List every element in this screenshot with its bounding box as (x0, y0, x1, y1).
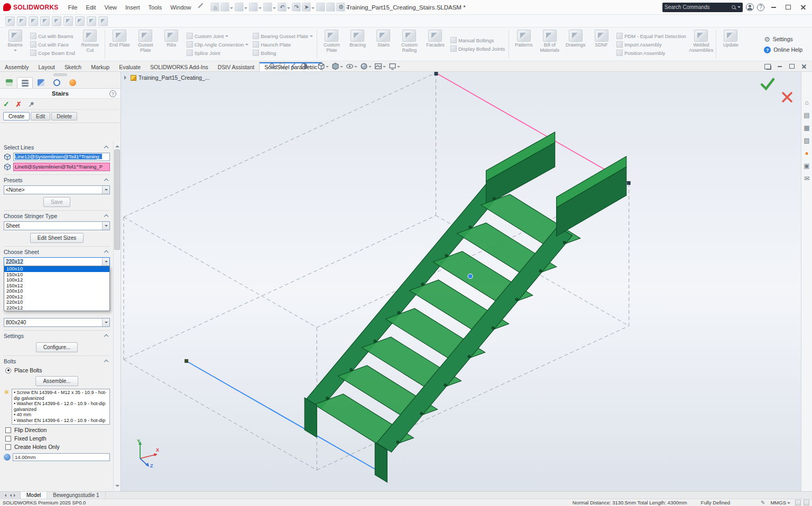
insert-components-icon[interactable] (5, 16, 15, 26)
tab-layout[interactable]: Layout (34, 62, 60, 71)
stairs-button[interactable]: Stairs (371, 29, 396, 60)
edit-appearance-button[interactable] (360, 62, 372, 70)
pm-cancel-button[interactable]: ✗ (16, 100, 22, 108)
menu-window[interactable]: Window (166, 3, 195, 12)
redo-button[interactable]: ↷ (292, 3, 301, 12)
graphics-viewport[interactable]: Training_Part15_Creating_... Y X Z (121, 72, 801, 491)
presets-header[interactable]: Presets (4, 176, 110, 184)
scroll-right-icon[interactable] (14, 494, 17, 497)
zoom-to-fit-button[interactable] (269, 62, 276, 70)
selected-line-2-field[interactable]: Line8@Systemlinien@Teil1^Training_P (13, 163, 110, 171)
custom-joint-button[interactable]: Custom Joint (187, 33, 248, 39)
bolt-info-list[interactable]: • Screw EN 14399-4 - M12 x 35 - 10.9 - h… (12, 389, 110, 425)
distance-value-field[interactable]: 14.00mm (13, 453, 110, 461)
viewport-cancel-button[interactable] (781, 91, 793, 104)
view-orientation-button[interactable] (317, 62, 329, 70)
options-button[interactable]: ⚙ (336, 3, 345, 12)
manual-boltings-button[interactable]: Manual Boltings (450, 37, 505, 43)
tile-windows-button[interactable] (764, 63, 771, 70)
bolts-header[interactable]: Bolts (4, 357, 110, 365)
menu-insert[interactable]: Insert (121, 3, 144, 12)
update-button[interactable]: Update (718, 29, 744, 60)
units-dropdown-icon[interactable] (787, 502, 790, 505)
presets-dropdown[interactable]: <None> (4, 185, 110, 194)
selected-line-1-field[interactable]: Line12@Systemlinien@Teil1^Training_ (13, 153, 110, 161)
delete-tab[interactable]: Delete (51, 112, 77, 120)
mate-icon[interactable] (17, 16, 26, 26)
print-dropdown-icon[interactable] (273, 7, 276, 11)
sheet-option[interactable]: 220x10 (4, 299, 109, 305)
tab-markup[interactable]: Markup (86, 62, 114, 71)
bolting-button[interactable]: Bolting (253, 50, 313, 56)
bill-of-materials-button[interactable]: Bill of Materials (537, 29, 562, 60)
edit-sheet-sizes-button[interactable]: Edit Sheet Sizes (30, 233, 84, 243)
toolbar-pin-icon[interactable] (198, 3, 207, 12)
unit-system-selector[interactable]: MMGS (770, 500, 786, 505)
landing-sheet-dropdown[interactable]: 800x240 (4, 318, 110, 327)
search-dropdown-icon[interactable] (737, 6, 741, 10)
pm-help-icon[interactable]: ? (109, 90, 116, 97)
welded-assemblies-button[interactable]: Welded Assemblies (688, 29, 714, 60)
fixed-length-checkbox[interactable]: Fixed Length (5, 435, 110, 442)
cope-beam-end-button[interactable]: Cope Beam End (30, 50, 75, 56)
reference-geometry-icon[interactable] (87, 16, 96, 26)
assembly-features-icon[interactable] (75, 16, 85, 26)
save-button[interactable] (249, 3, 258, 12)
exploded-view-icon[interactable] (98, 16, 108, 26)
feature-manager-tab[interactable] (1, 77, 17, 88)
facades-button[interactable]: Facades (422, 29, 448, 60)
search-icon[interactable] (732, 5, 735, 9)
place-bolts-radio[interactable]: Place Bolts (5, 367, 110, 373)
clip-angle-dropdown-icon[interactable] (245, 44, 248, 47)
zoom-to-area-button[interactable] (279, 62, 287, 70)
dropdown-button[interactable] (102, 186, 109, 194)
view-settings-dropdown-icon[interactable] (397, 66, 400, 69)
tab-scroll-controls[interactable] (0, 492, 21, 499)
status-option-icon[interactable] (795, 500, 801, 505)
create-holes-only-checkbox[interactable]: Create Holes Only (5, 444, 110, 450)
custom-properties-icon[interactable]: ▣ (804, 163, 809, 170)
edit-tab[interactable]: Edit (31, 112, 50, 120)
view-orientation-dropdown-icon[interactable] (326, 66, 329, 69)
panel-collapse-handle[interactable] (53, 73, 67, 76)
display-style-button[interactable] (331, 62, 343, 70)
open-dropdown-icon[interactable] (244, 7, 247, 11)
collapse-chevron-icon[interactable] (104, 179, 108, 183)
stairs-model[interactable] (304, 132, 626, 482)
pdm-equal-part-detection-button[interactable]: PDM - Equal Part Detection (616, 33, 686, 39)
save-dropdown-icon[interactable] (259, 7, 262, 11)
assembly-root-label[interactable]: Training_Part15_Creating_... (139, 74, 209, 81)
dropdown-button[interactable] (102, 318, 109, 326)
feature-tree-flyout[interactable]: Training_Part15_Creating_... (124, 74, 209, 81)
splice-joint-button[interactable]: Splice Joint (187, 50, 248, 56)
attachment-button[interactable] (316, 3, 325, 12)
scene-dropdown-icon[interactable] (383, 66, 386, 69)
custom-railing-button[interactable]: Custom Railing (396, 29, 422, 60)
custom-plate-button[interactable]: Custom Plate (319, 29, 345, 60)
save-preset-button[interactable]: Save (43, 197, 70, 207)
tab-evaluate[interactable]: Evaluate (114, 62, 145, 71)
display-manager-tab[interactable] (64, 77, 80, 88)
pm-pin-button[interactable] (28, 101, 35, 108)
select-lines-header[interactable]: Select Lines (4, 143, 110, 151)
edit-icon[interactable]: ✎ (761, 500, 765, 505)
appearance-dropdown-icon[interactable] (368, 66, 372, 69)
restore-button[interactable] (782, 3, 794, 12)
bracing-button[interactable]: Bracing (345, 29, 371, 60)
smart-fasteners-icon[interactable] (40, 16, 50, 26)
tab-sketch[interactable]: Sketch (60, 62, 86, 71)
home-button[interactable]: ⌂ (210, 3, 219, 12)
undo-dropdown-icon[interactable] (287, 7, 290, 11)
close-button[interactable] (797, 3, 809, 12)
settings-header[interactable]: Settings (4, 332, 110, 340)
position-assembly-button[interactable]: Position Assembly (616, 50, 686, 56)
menu-file[interactable]: File (64, 3, 82, 12)
dropdown-button[interactable] (102, 222, 109, 230)
doc-close-button[interactable] (800, 63, 808, 70)
move-component-icon[interactable] (52, 16, 61, 26)
resources-home-icon[interactable]: ⌂ (805, 99, 808, 106)
beams-dropdown-icon[interactable] (14, 50, 17, 53)
tab-solidworks-add-ins[interactable]: SOLIDWORKS Add-Ins (145, 62, 213, 71)
pm-ok-button[interactable]: ✓ (3, 100, 10, 108)
select-dropdown-icon[interactable] (311, 7, 315, 11)
